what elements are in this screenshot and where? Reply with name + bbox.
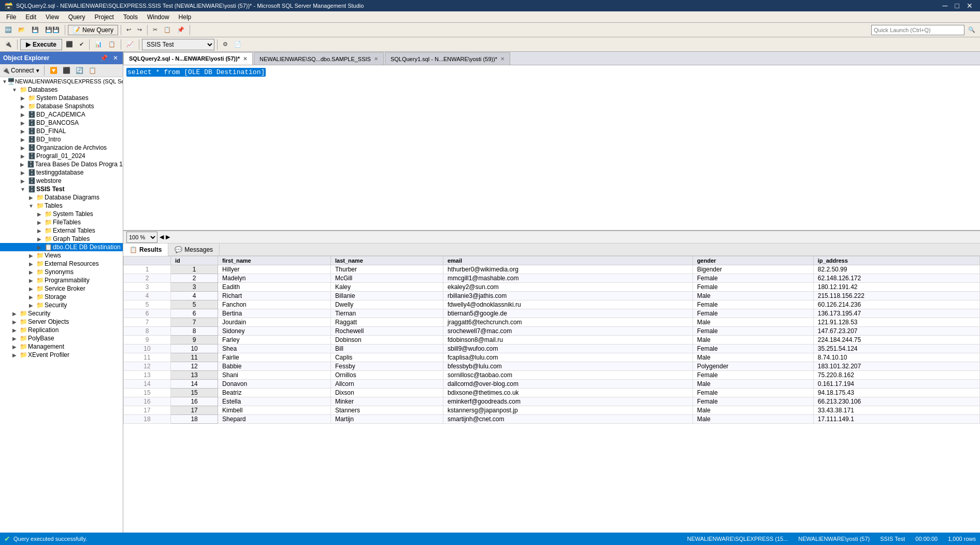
- results-grid[interactable]: id first_name last_name email gender ip_…: [123, 256, 980, 533]
- properties-btn[interactable]: ⚙: [220, 39, 230, 49]
- include-client-stats[interactable]: 📈: [124, 39, 136, 49]
- tree-databases[interactable]: ▼ 📁 Databases: [0, 85, 123, 94]
- tree-replication[interactable]: ▶ 📁 Replication: [0, 326, 123, 334]
- tree-ext-res[interactable]: ▶ 📁 External Resources: [0, 260, 123, 268]
- tree-service-broker[interactable]: ▶ 📁 Service Broker: [0, 284, 123, 293]
- tree-ext-tables[interactable]: ▶ 📁 External Tables: [0, 226, 123, 235]
- tree-bd-academica[interactable]: ▶ 🗄️ BD_ACADEMICA: [0, 110, 123, 119]
- undo-btn[interactable]: ↩: [124, 25, 134, 35]
- results-to-btn[interactable]: 📋: [106, 39, 118, 49]
- results-tab-messages[interactable]: 💬 Messages: [168, 243, 220, 256]
- code-editor[interactable]: select * from [OLE DB Destination]: [123, 65, 980, 231]
- tab-sample-ssis-close[interactable]: ✕: [374, 56, 378, 62]
- tree-views[interactable]: ▶ 📁 Views: [0, 251, 123, 260]
- sep4: [190, 25, 190, 35]
- tree-organizacion[interactable]: ▶ 🗄️ Organizacion de Archvios: [0, 144, 123, 152]
- tree-tables[interactable]: ▼ 📁 Tables: [0, 202, 123, 210]
- tree-ssis-security[interactable]: ▶ 📁 Security: [0, 301, 123, 309]
- tree-graph-tables[interactable]: ▶ 📁 Graph Tables: [0, 235, 123, 243]
- save-all-btn[interactable]: 💾💾: [42, 25, 62, 35]
- tree-management[interactable]: ▶ 📁 Management: [0, 342, 123, 351]
- minimize-button[interactable]: ─: [940, 2, 951, 10]
- oe-filter-btn[interactable]: 🔽: [48, 66, 59, 75]
- tree-programmability[interactable]: ▶ 📁 Programmability: [0, 276, 123, 284]
- tree-synonyms[interactable]: ▶ 📁 Synonyms: [0, 268, 123, 276]
- oe-pin-button[interactable]: 📌: [98, 53, 109, 63]
- menu-project[interactable]: Project: [91, 12, 118, 22]
- oe-summary-btn[interactable]: 📋: [87, 66, 98, 75]
- tree-ssis-test[interactable]: ▼ 🗄️ SSIS Test: [0, 185, 123, 193]
- tree-db-diagrams[interactable]: ▶ 📁 Database Diagrams: [0, 193, 123, 202]
- zoom-selector[interactable]: 100 % 75 % 125 %: [126, 232, 157, 243]
- showplan-btn[interactable]: 📊: [92, 39, 105, 49]
- cell-data: Female: [693, 345, 813, 353]
- toggle-webstore: ▶: [19, 178, 27, 184]
- zoom-scroll-left[interactable]: ◀: [160, 234, 164, 240]
- cell-id: 9: [171, 336, 218, 345]
- database-selector[interactable]: SSIS Test BD_ACADEMICA master: [142, 39, 214, 50]
- tab-sqlquery1[interactable]: SQLQuery1.sql - N...ENWARE\yosti (59))* …: [385, 52, 510, 65]
- copy-btn[interactable]: 📋: [161, 25, 174, 35]
- menu-tools[interactable]: Tools: [119, 12, 142, 22]
- tree-sys-tables[interactable]: ▶ 📁 System Tables: [0, 210, 123, 218]
- menu-view[interactable]: View: [41, 12, 63, 22]
- paste-btn[interactable]: 📌: [175, 25, 187, 35]
- cut-btn[interactable]: ✂: [150, 25, 160, 35]
- quick-launch-input[interactable]: [871, 25, 964, 35]
- stop-btn[interactable]: ⬛: [63, 39, 76, 49]
- tree-xevent[interactable]: ▶ 📁 XEvent Profiler: [0, 351, 123, 359]
- close-button[interactable]: ✕: [963, 2, 976, 10]
- ssis-security-label: Security: [45, 302, 67, 309]
- col-firstname: first_name: [218, 256, 331, 265]
- template-btn[interactable]: 📄: [232, 39, 244, 49]
- tree-prograll[interactable]: ▶ 🗄️ Prograll_01_2024: [0, 152, 123, 160]
- maximize-button[interactable]: □: [952, 2, 962, 10]
- tree-bd-intro[interactable]: ▶ 🗄️ BD_Intro: [0, 135, 123, 144]
- tab-sqlquery1-close[interactable]: ✕: [500, 56, 505, 62]
- menu-query[interactable]: Query: [64, 12, 90, 22]
- views-label: Views: [45, 252, 61, 259]
- sep5: [17, 39, 18, 50]
- oe-refresh-btn[interactable]: 🔄: [74, 66, 85, 75]
- zoom-scroll-right[interactable]: ▶: [166, 234, 170, 240]
- redo-btn[interactable]: ↪: [135, 25, 145, 35]
- tree-db-snapshots[interactable]: ▶ 📁 Database Snapshots: [0, 102, 123, 110]
- tree-tarea[interactable]: ▶ 🗄️ Tarea Bases De Datos Progra 1: [0, 160, 123, 168]
- tree-security[interactable]: ▶ 📁 Security: [0, 309, 123, 318]
- search-icon[interactable]: 🔍: [965, 25, 978, 35]
- tab-sqlquery2[interactable]: SQLQuery2.sql - N...ENWARE\yosti (57))* …: [123, 52, 253, 65]
- tab-sqlquery2-close[interactable]: ✕: [243, 56, 247, 62]
- toggle-system-db: ▶: [19, 95, 27, 101]
- connect-button[interactable]: 🔌 Connect ▼: [2, 67, 40, 74]
- row-num: 4: [124, 292, 171, 300]
- tree-storage[interactable]: ▶ 📁 Storage: [0, 293, 123, 301]
- new-db-btn[interactable]: 🆕: [2, 25, 15, 35]
- menu-edit[interactable]: Edit: [21, 12, 40, 22]
- tree-root[interactable]: ▼ 🖥️ NEWALIENWARE\SQLEXPRESS (SQL Se...: [0, 77, 123, 85]
- tree-bd-bancosa[interactable]: ▶ 🗄️ BD_BANCOSA: [0, 119, 123, 127]
- organizacion-icon: 🗄️: [27, 144, 36, 151]
- tree-webstore[interactable]: ▶ 🗄️ webstore: [0, 177, 123, 185]
- parse-btn[interactable]: ✔: [77, 39, 87, 49]
- connect-btn[interactable]: 🔌: [2, 39, 15, 49]
- oe-stop-btn[interactable]: ⬛: [61, 66, 72, 75]
- menu-window[interactable]: Window: [143, 12, 174, 22]
- save-btn[interactable]: 💾: [29, 25, 41, 35]
- tree-testing[interactable]: ▶ 🗄️ testinggdatabase: [0, 168, 123, 177]
- cell-id: 2: [171, 274, 218, 283]
- tree-system-db[interactable]: ▶ 📁 System Databases: [0, 94, 123, 102]
- tree-server-objects[interactable]: ▶ 📁 Server Objects: [0, 318, 123, 326]
- open-btn[interactable]: 📂: [16, 25, 28, 35]
- oe-close-button[interactable]: ✕: [111, 53, 120, 63]
- tree-bd-final[interactable]: ▶ 🗄️ BD_FINAL: [0, 127, 123, 135]
- execute-button[interactable]: ▶ Execute: [20, 39, 62, 50]
- results-tab-results[interactable]: 📋 Results: [123, 243, 168, 256]
- menu-help[interactable]: Help: [175, 12, 196, 22]
- ssis-test-icon: 🗄️: [27, 185, 36, 193]
- tree-ole-dest[interactable]: ▶ 📋 dbo.OLE DB Destination: [0, 243, 123, 251]
- menu-file[interactable]: File: [2, 12, 20, 22]
- tab-sample-ssis[interactable]: NEWALIENWARE\SQ...dbo.SAMPLE_SSIS ✕: [254, 52, 384, 65]
- tree-file-tables[interactable]: ▶ 📁 FileTables: [0, 218, 123, 226]
- tree-polybase[interactable]: ▶ 📁 PolyBase: [0, 334, 123, 342]
- new-query-button[interactable]: 📝 New Query: [68, 25, 118, 35]
